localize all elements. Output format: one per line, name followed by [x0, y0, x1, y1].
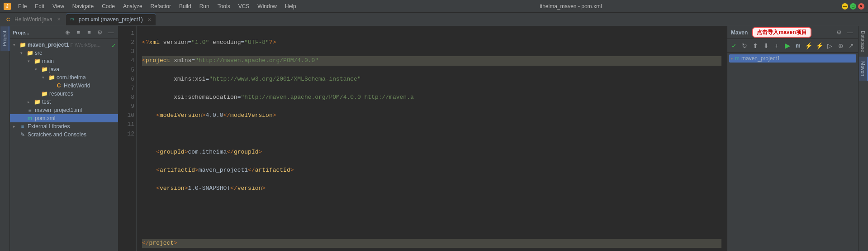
tree-item-scratches[interactable]: ✎ Scratches and Consoles — [10, 130, 118, 139]
maven-tree-arrow: ▸ — [731, 56, 733, 61]
code-line-4: xsi:schemaLocation="http://maven.apache.… — [142, 93, 721, 102]
maven-minimize-button[interactable]: — — [845, 28, 854, 37]
code-line-9: <version>1.0-SNAPSHOT</version> — [142, 184, 721, 193]
menu-code[interactable]: Code — [98, 2, 119, 10]
editor-area: 1 2 3 4 5 6 7 8 9 10 11 12 <?xml version… — [119, 26, 727, 251]
maven-panel: Maven 点击导入maven项目 ⚙ — ✓ ↻ ⬆ ⬇ + ▶ m ⚡ ⚡ … — [727, 26, 858, 251]
maven-panel-tab[interactable]: Maven — [859, 57, 868, 81]
tree-label: com.itheima — [57, 74, 86, 81]
tree-item-resources[interactable]: 📁 resources — [10, 90, 118, 98]
scratches-icon: ✎ — [19, 131, 26, 138]
maven-dependencies-button[interactable]: ⚡ — [815, 41, 825, 51]
tree-arrow: ▸ — [13, 124, 18, 129]
window-title: itheima_maven - pom.xml — [304, 3, 838, 10]
close-button[interactable]: ✕ — [858, 3, 864, 10]
tree-label: HelloWorld — [64, 82, 90, 89]
tree-item-test[interactable]: ▸ 📁 test — [10, 98, 118, 106]
editor-content[interactable]: 1 2 3 4 5 6 7 8 9 10 11 12 <?xml version… — [119, 26, 727, 251]
code-line-12: </project> — [142, 239, 721, 248]
database-panel-tab[interactable]: Database — [859, 26, 868, 57]
tab-pom-close[interactable]: ✕ — [147, 17, 151, 22]
main-layout: Project Proje... ⊕ ≡ ≡ ⚙ — ▾ 📁 maven_pro… — [0, 26, 868, 251]
menu-edit[interactable]: Edit — [31, 2, 48, 10]
tree-item-helloworld[interactable]: C HelloWorld — [10, 82, 118, 90]
tree-item-maven-project1[interactable]: ▾ 📁 maven_project1 F:\WorkSpa... — [10, 41, 118, 49]
tree-item-com-itheima[interactable]: ▾ 📁 com.itheima — [10, 73, 118, 82]
menu-file[interactable]: File — [14, 2, 30, 10]
menu-build[interactable]: Build — [175, 2, 195, 10]
menu-help[interactable]: Help — [281, 2, 300, 10]
code-editor[interactable]: <?xml version="1.0" encoding="UTF-8"?> <… — [137, 26, 727, 251]
menu-navigate[interactable]: Navigate — [69, 2, 97, 10]
tab-pom[interactable]: m pom.xml (maven_project1) ✕ — [66, 14, 156, 25]
maven-lifecycle-button[interactable]: m — [793, 41, 803, 51]
code-line-1: <?xml version="1.0" encoding="UTF-8"?> — [142, 38, 721, 47]
maven-project-item[interactable]: ▸ m maven_project1 — [729, 54, 856, 63]
maven-open-button[interactable]: ↗ — [846, 41, 856, 51]
tree-path: F:\WorkSpa... — [70, 42, 100, 48]
folder-icon: 📁 — [41, 91, 48, 97]
maven-project-label: maven_project1 — [741, 55, 780, 62]
window-controls: — □ ✕ — [842, 3, 864, 10]
tree-item-java[interactable]: ▾ 📁 java — [10, 65, 118, 73]
folder-icon: 📁 — [48, 74, 55, 81]
tree-arrow: ▾ — [35, 67, 39, 72]
menu-analyze[interactable]: Analyze — [119, 2, 146, 10]
tree-label: java — [49, 66, 59, 72]
tree-item-main[interactable]: ▾ 📁 main — [10, 57, 118, 65]
maven-download-button[interactable]: ⬇ — [761, 41, 771, 51]
project-panel-tab[interactable]: Project — [0, 26, 9, 51]
tree-item-pom[interactable]: m pom.xml — [10, 114, 118, 122]
maven-apply-button[interactable]: ✓ — [729, 41, 739, 51]
left-tool-window-bar: Project — [0, 26, 10, 251]
code-line-7: <groupId>com.itheima</groupId> — [142, 148, 721, 157]
maven-refresh-button[interactable]: ↻ — [740, 41, 750, 51]
tree-item-external-libs[interactable]: ▸ ≡ External Libraries — [10, 122, 118, 130]
maven-add-button[interactable]: + — [772, 41, 782, 51]
code-line-2: <project xmlns="http://maven.apache.org/… — [142, 56, 721, 65]
tab-helloworld-close[interactable]: ✕ — [57, 17, 61, 22]
folder-icon: 📁 — [26, 50, 33, 56]
add-plus-icon: + — [775, 42, 778, 49]
maven-plugin-button[interactable]: ⚡ — [804, 41, 814, 51]
locate-in-tree-button[interactable]: ⊕ — [63, 28, 72, 37]
maven-projects-tree: ▸ m maven_project1 — [727, 53, 858, 251]
maven-execute-button[interactable]: ▷ — [825, 41, 835, 51]
tab-helloworld[interactable]: C HelloWorld.java ✕ — [2, 14, 65, 25]
menu-view[interactable]: View — [49, 2, 68, 10]
settings-button[interactable]: ⚙ — [95, 28, 104, 37]
menu-refactor[interactable]: Refactor — [147, 2, 175, 10]
tab-pom-label: pom.xml (maven_project1) — [79, 16, 143, 23]
tree-label: test — [42, 99, 51, 105]
menu-bar: File Edit View Navigate Code Analyze Ref… — [14, 2, 300, 10]
tree-arrow: ▸ — [28, 100, 32, 104]
maven-source-button[interactable]: ⊕ — [836, 41, 846, 51]
menu-run[interactable]: Run — [196, 2, 213, 10]
tree-arrow: ▾ — [28, 59, 32, 63]
tree-item-src[interactable]: ▾ 📁 src — [10, 49, 118, 57]
maven-run-button[interactable]: ▶ — [783, 41, 792, 51]
validation-checkmark: ✓ — [111, 42, 116, 49]
tree-item-iml[interactable]: ≡ maven_project1.iml — [10, 106, 118, 114]
folder-icon: 📁 — [33, 58, 41, 64]
close-panel-button[interactable]: — — [106, 28, 115, 37]
minimize-button[interactable]: — — [842, 3, 848, 10]
tree-label: maven_project1.iml — [35, 107, 82, 113]
line-numbers: 1 2 3 4 5 6 7 8 9 10 11 12 — [119, 26, 137, 251]
expand-all-button[interactable]: ≡ — [85, 28, 94, 37]
app-icon: J — [4, 3, 11, 10]
tree-arrow: ▾ — [42, 75, 47, 80]
tree-label: External Libraries — [28, 123, 70, 130]
maven-import-button[interactable]: ⬆ — [750, 41, 760, 51]
folder-icon: 📁 — [33, 99, 41, 105]
title-bar: J File Edit View Navigate Code Analyze R… — [0, 0, 868, 13]
maximize-button[interactable]: □ — [850, 3, 856, 10]
java-file-icon: C — [6, 17, 12, 22]
collapse-all-button[interactable]: ≡ — [74, 28, 83, 37]
maven-settings-button[interactable]: ⚙ — [835, 28, 844, 37]
menu-tools[interactable]: Tools — [214, 2, 234, 10]
code-line-5: <modelVersion>4.0.0</modelVersion> — [142, 111, 721, 120]
menu-window[interactable]: Window — [254, 2, 280, 10]
menu-vcs[interactable]: VCS — [235, 2, 253, 10]
tree-arrow: ▾ — [20, 51, 25, 55]
